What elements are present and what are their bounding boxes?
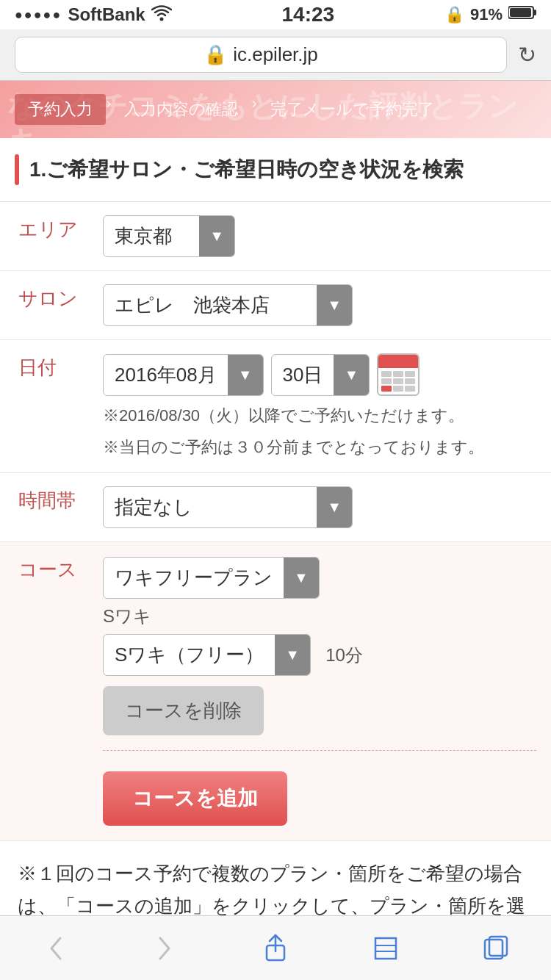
breadcrumb-arrow1: › bbox=[106, 94, 111, 125]
date-year-month-value: 2016年08月 bbox=[104, 355, 228, 395]
lock-icon: 🔒 bbox=[204, 43, 227, 66]
svg-rect-2 bbox=[533, 10, 536, 15]
calendar-icon[interactable] bbox=[377, 353, 419, 396]
browser-url[interactable]: 🔒 ic.epiler.jp bbox=[15, 37, 507, 73]
breadcrumb-step3-label: 完了メールで予約完了 bbox=[270, 98, 434, 120]
salon-field: エピレ 池袋本店 ▼ bbox=[96, 271, 551, 340]
section-title: 1.ご希望サロン・ご希望日時の空き状況を検索 bbox=[29, 156, 464, 184]
cal-dot bbox=[381, 378, 392, 384]
date-day-arrow[interactable]: ▼ bbox=[334, 355, 369, 395]
reload-button[interactable]: ↻ bbox=[518, 42, 536, 68]
date-note1: ※2016/08/30（火）以降でご予約いただけます。 bbox=[103, 403, 536, 428]
pink-banner: なのクチコミをもとにした評判とランキ 予約入力 › 入力内容の確認 › 完了メー… bbox=[0, 81, 551, 138]
breadcrumb-step1-label: 予約入力 bbox=[28, 98, 93, 120]
date-field: 2016年08月 ▼ 30日 ▼ bbox=[96, 340, 551, 473]
course-field: ワキフリープラン ▼ Sワキ Sワキ（フリー） ▼ 10分 コースを削除 bbox=[96, 542, 551, 841]
time-row: 時間帯 指定なし ▼ bbox=[0, 473, 551, 542]
salon-label: サロン bbox=[0, 271, 96, 340]
salon-dropdown-arrow[interactable]: ▼ bbox=[317, 285, 352, 325]
course-label: コース bbox=[0, 542, 96, 841]
course-duration: 10分 bbox=[325, 644, 363, 667]
tabs-button[interactable] bbox=[459, 916, 533, 981]
breadcrumb-step2-label: 入力内容の確認 bbox=[124, 98, 238, 120]
time-field: 指定なし ▼ bbox=[96, 473, 551, 542]
delete-course-button[interactable]: コースを削除 bbox=[103, 686, 264, 735]
section-accent bbox=[15, 154, 19, 185]
date-label: 日付 bbox=[0, 340, 96, 473]
status-right: 🔒 91% bbox=[444, 5, 536, 24]
time-label: 時間帯 bbox=[0, 473, 96, 542]
bookmarks-button[interactable] bbox=[349, 916, 422, 981]
share-button[interactable] bbox=[239, 916, 312, 981]
carrier-name: SoftBank bbox=[68, 4, 145, 25]
breadcrumb-step3: 完了メールで予約完了 bbox=[257, 94, 447, 125]
status-bar: ●●●●● SoftBank 14:23 🔒 91% bbox=[0, 0, 551, 29]
course-type-value: Sワキ（フリー） bbox=[104, 635, 275, 675]
browser-bar: 🔒 ic.epiler.jp ↻ bbox=[0, 29, 551, 81]
date-year-month-dropdown[interactable]: 2016年08月 ▼ bbox=[103, 354, 264, 396]
breadcrumb-step2: 入力内容の確認 bbox=[111, 94, 251, 125]
area-dropdown-value: 東京都 bbox=[104, 216, 199, 256]
status-left: ●●●●● SoftBank bbox=[15, 4, 172, 25]
cal-dot bbox=[405, 371, 415, 377]
back-button[interactable] bbox=[18, 916, 92, 981]
breadcrumb: 予約入力 › 入力内容の確認 › 完了メールで予約完了 bbox=[15, 94, 536, 125]
time-dropdown-arrow[interactable]: ▼ bbox=[317, 487, 352, 527]
date-year-month-arrow[interactable]: ▼ bbox=[228, 355, 263, 395]
area-dropdown-arrow[interactable]: ▼ bbox=[199, 216, 234, 256]
svg-point-0 bbox=[159, 17, 163, 21]
course-row: コース ワキフリープラン ▼ Sワキ Sワキ（フリー） ▼ 10分 bbox=[0, 542, 551, 841]
salon-dropdown[interactable]: エピレ 池袋本店 ▼ bbox=[103, 284, 353, 326]
area-field: 東京都 ▼ bbox=[96, 202, 551, 271]
status-time: 14:23 bbox=[282, 3, 335, 26]
cal-dot bbox=[381, 371, 392, 377]
cal-dot bbox=[393, 386, 403, 392]
svg-rect-3 bbox=[510, 8, 531, 17]
breadcrumb-arrow2: › bbox=[251, 94, 256, 125]
cal-body bbox=[378, 368, 418, 394]
area-label: エリア bbox=[0, 202, 96, 271]
cal-dot bbox=[393, 371, 403, 377]
date-note2: ※当日のご予約は３０分前までとなっております。 bbox=[103, 435, 536, 459]
lock-icon: 🔒 bbox=[444, 5, 464, 24]
cal-dot bbox=[393, 378, 403, 384]
time-dropdown-value: 指定なし bbox=[104, 487, 317, 527]
signal-dots: ●●●●● bbox=[15, 7, 62, 23]
course-sub-label: Sワキ bbox=[103, 605, 536, 628]
course-type-arrow[interactable]: ▼ bbox=[275, 635, 310, 675]
area-row: エリア 東京都 ▼ bbox=[0, 202, 551, 271]
form-table: エリア 東京都 ▼ サロン エピレ 池袋本店 ▼ 日付 bbox=[0, 202, 551, 841]
main-content: 1.ご希望サロン・ご希望日時の空き状況を検索 エリア 東京都 ▼ サロン エピレ… bbox=[0, 138, 551, 972]
date-controls: 2016年08月 ▼ 30日 ▼ bbox=[103, 353, 536, 396]
cal-dot bbox=[405, 378, 415, 384]
date-day-value: 30日 bbox=[272, 355, 334, 395]
url-text: ic.epiler.jp bbox=[233, 43, 318, 66]
add-course-button[interactable]: コースを追加 bbox=[103, 771, 287, 826]
cal-top bbox=[378, 355, 418, 368]
course-type-dropdown[interactable]: Sワキ（フリー） ▼ bbox=[103, 634, 311, 676]
course-plan-value: ワキフリープラン bbox=[104, 558, 284, 598]
salon-dropdown-value: エピレ 池袋本店 bbox=[104, 285, 317, 325]
section-header: 1.ご希望サロン・ご希望日時の空き状況を検索 bbox=[0, 138, 551, 202]
cal-dot-selected bbox=[381, 386, 392, 392]
date-row: 日付 2016年08月 ▼ 30日 ▼ bbox=[0, 340, 551, 473]
cal-dot bbox=[405, 386, 415, 392]
time-dropdown[interactable]: 指定なし ▼ bbox=[103, 486, 353, 528]
battery-icon bbox=[508, 5, 536, 24]
wifi-icon bbox=[151, 5, 172, 25]
forward-button[interactable] bbox=[129, 916, 202, 981]
breadcrumb-step1: 予約入力 bbox=[15, 94, 106, 125]
salon-row: サロン エピレ 池袋本店 ▼ bbox=[0, 271, 551, 340]
battery-percent: 91% bbox=[470, 5, 503, 24]
course-plan-arrow[interactable]: ▼ bbox=[284, 558, 319, 598]
bottom-toolbar bbox=[0, 915, 551, 980]
course-type-row: Sワキ（フリー） ▼ 10分 bbox=[103, 634, 536, 676]
date-day-dropdown[interactable]: 30日 ▼ bbox=[271, 354, 370, 396]
course-plan-dropdown[interactable]: ワキフリープラン ▼ bbox=[103, 557, 320, 599]
area-dropdown[interactable]: 東京都 ▼ bbox=[103, 215, 235, 257]
